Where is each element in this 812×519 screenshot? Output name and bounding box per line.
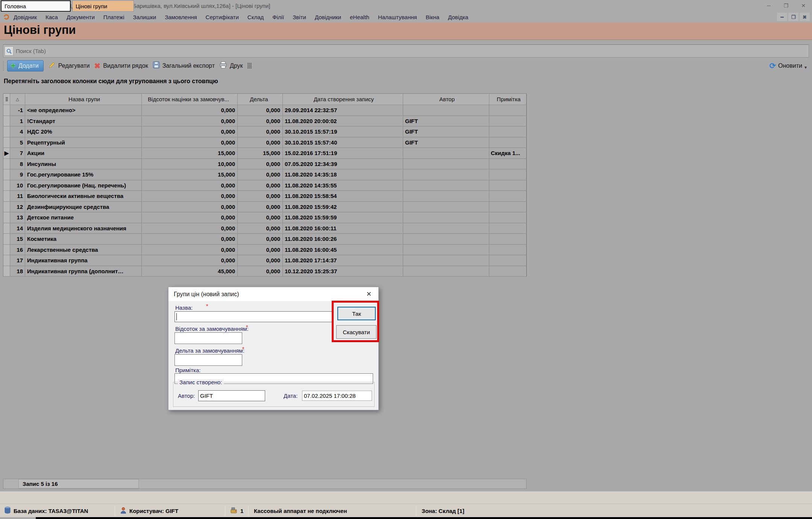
menu-item-2[interactable]: Каса [46, 14, 58, 20]
table-row[interactable]: 8 Инсулины 10,000 0,000 07.05.2020 12:34… [3, 159, 526, 170]
column-options-button[interactable] [247, 63, 252, 68]
header-delta[interactable]: Дельта [238, 94, 283, 105]
dialog-close-icon[interactable]: ✕ [366, 290, 372, 298]
register-status-text: Кассовый аппарат не подключен [254, 508, 347, 514]
table-row[interactable]: 10 Гос.регулирование (Нац. перечень) 0,0… [3, 180, 526, 191]
chevron-down-icon[interactable]: ▾ [804, 65, 807, 70]
zone-status: Зона: Склад [1] [422, 504, 464, 517]
row-marker-cell [3, 234, 10, 245]
menu-item-14[interactable]: Вікна [426, 14, 440, 20]
header-percent[interactable]: Відсоток націнки за замовчув... [142, 94, 238, 105]
row-delta-cell: 0,000 [238, 126, 283, 137]
author-input[interactable] [199, 391, 265, 401]
database-icon [5, 507, 11, 515]
grid-columns-icon [247, 63, 252, 68]
table-row[interactable]: 5 Рецептурный 0,000 0,000 30.10.2015 15:… [3, 137, 526, 148]
menu-item-9[interactable]: Філії [272, 14, 284, 20]
row-id-cell: 8 [10, 159, 25, 170]
edit-button[interactable]: Редагувати [48, 61, 90, 70]
plus-icon: + [11, 62, 16, 70]
menu-item-6[interactable]: Замовлення [165, 14, 197, 20]
header-row-marker[interactable] [3, 94, 10, 105]
row-created-cell: 30.10.2015 15:57:19 [283, 126, 403, 137]
table-row[interactable]: 1 !Стандарт 0,000 0,000 11.08.2020 20:00… [3, 116, 526, 127]
header-author[interactable]: Автор [403, 94, 489, 105]
row-created-cell: 11.08.2020 16:00:11 [283, 223, 403, 234]
search-input[interactable] [14, 45, 809, 57]
status-separator [416, 505, 416, 516]
restore-icon[interactable]: ❐ [777, 3, 795, 9]
print-button-label: Друк [230, 62, 243, 69]
add-button[interactable]: + Додати [7, 60, 44, 72]
table-row[interactable]: 14 Изделия медицинского назначения 0,000… [3, 223, 526, 234]
name-required-asterisk: * [206, 303, 208, 309]
row-percent-cell: 15,000 [142, 148, 238, 159]
table-row[interactable]: 11 Биологически активные вещества 0,000 … [3, 191, 526, 202]
row-percent-cell: 0,000 [142, 234, 238, 245]
table-row[interactable]: -1 <не определено> 0,000 0,000 29.09.201… [3, 105, 526, 116]
header-created[interactable]: Дата створення запису [283, 94, 403, 105]
close-icon[interactable]: ✕ [795, 3, 812, 9]
menu-item-11[interactable]: Довідники [315, 14, 341, 20]
menu-item-10[interactable]: Звіти [293, 14, 306, 20]
row-percent-cell: 0,000 [142, 105, 238, 116]
tab-home[interactable]: Головна [1, 0, 71, 12]
row-created-cell: 11.08.2020 17:14:37 [283, 255, 403, 266]
table-row[interactable]: 16 Лекарственные средства 0,000 0,000 11… [3, 245, 526, 256]
menu-item-1[interactable]: Довідник [14, 14, 37, 20]
row-created-cell: 11.08.2020 15:59:59 [283, 212, 403, 223]
name-input-wrapper [175, 311, 332, 322]
menu-item-15[interactable]: Довідка [448, 14, 468, 20]
user-status-text: Користувач: GIFT [129, 508, 178, 514]
menu-item-5[interactable]: Залишки [133, 14, 156, 20]
window-tabs-row [0, 491, 812, 504]
row-created-cell: 11.08.2020 16:00:26 [283, 234, 403, 245]
row-created-cell: 30.10.2015 15:57:40 [283, 137, 403, 148]
delta-input[interactable] [175, 355, 242, 365]
name-input[interactable] [175, 312, 332, 322]
menu-item-13[interactable]: Налаштування [378, 14, 417, 20]
table-row[interactable]: 18 Индикативная группа (дополнит… 45,000… [3, 266, 526, 277]
dialog-title-bar: Групи цін (новий запис) ✕ [168, 287, 378, 301]
menu-item-12[interactable]: eHealth [350, 14, 369, 20]
mdi-restore-icon[interactable]: ❐ [788, 13, 798, 21]
mdi-minimize-icon[interactable]: ━ [777, 13, 787, 21]
toolbar-grip[interactable] [2, 61, 4, 71]
table-row[interactable]: ▶ 7 Акции 15,000 15,000 15.02.2016 17:51… [3, 148, 526, 159]
header-name[interactable]: Назва групи [25, 94, 142, 105]
menu-item-8[interactable]: Склад [247, 14, 264, 20]
refresh-button[interactable]: ⟳ Оновити ▾ [769, 61, 807, 70]
export-button[interactable]: Загальний експорт [153, 61, 215, 70]
date-input[interactable] [302, 391, 372, 400]
row-id-cell: 15 [10, 234, 25, 245]
row-created-cell: 11.08.2020 20:00:02 [283, 116, 403, 127]
menu-item-3[interactable]: Документи [67, 14, 95, 20]
table-row[interactable]: 9 Гос.регулирование 15% 15,000 0,000 11.… [3, 169, 526, 180]
mdi-close-icon[interactable]: ✖ [800, 13, 810, 21]
print-button[interactable]: Друк [219, 61, 243, 70]
menu-item-7[interactable]: Сертифікати [206, 14, 239, 20]
register-status: Кассовый аппарат не подключен [254, 504, 347, 517]
menu-item-4[interactable]: Платежі [103, 14, 124, 20]
row-author-cell [403, 245, 489, 256]
tab-price-groups[interactable]: Цінові групи [72, 0, 134, 12]
row-delta-cell: 0,000 [238, 116, 283, 127]
minimize-icon[interactable]: ─ [760, 3, 777, 9]
user-icon [120, 507, 126, 515]
header-note[interactable]: Примітка [489, 94, 527, 105]
percent-input[interactable] [175, 333, 242, 344]
row-author-cell: GIFT [403, 137, 489, 148]
row-author-cell [403, 180, 489, 191]
header-id-sort[interactable]: △ [10, 94, 25, 105]
table-row[interactable]: 15 Косметика 0,000 0,000 11.08.2020 16:0… [3, 234, 526, 245]
date-label: Дата: [284, 393, 297, 399]
delete-row-button[interactable]: ✖ Видалити рядок [94, 61, 148, 70]
row-percent-cell: 15,000 [142, 169, 238, 180]
table-row[interactable]: 17 Индикативная группа 0,000 0,000 11.08… [3, 255, 526, 266]
row-note-cell [489, 180, 527, 191]
row-delta-cell: 0,000 [238, 169, 283, 180]
table-row[interactable]: 4 НДС 20% 0,000 0,000 30.10.2015 15:57:1… [3, 126, 526, 137]
window-controls: ─ ❐ ✕ [760, 0, 812, 11]
table-row[interactable]: 12 Дезинфицирующие средства 0,000 0,000 … [3, 202, 526, 213]
table-row[interactable]: 13 Детское питание 0,000 0,000 11.08.202… [3, 212, 526, 223]
